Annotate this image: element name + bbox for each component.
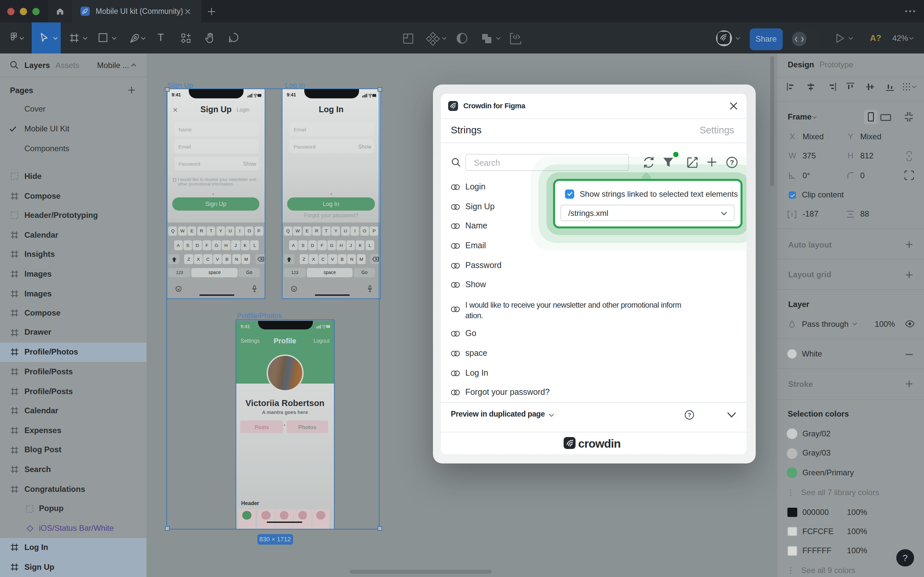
svg-text:?: ? xyxy=(730,159,734,166)
svg-text:?: ? xyxy=(687,412,691,418)
